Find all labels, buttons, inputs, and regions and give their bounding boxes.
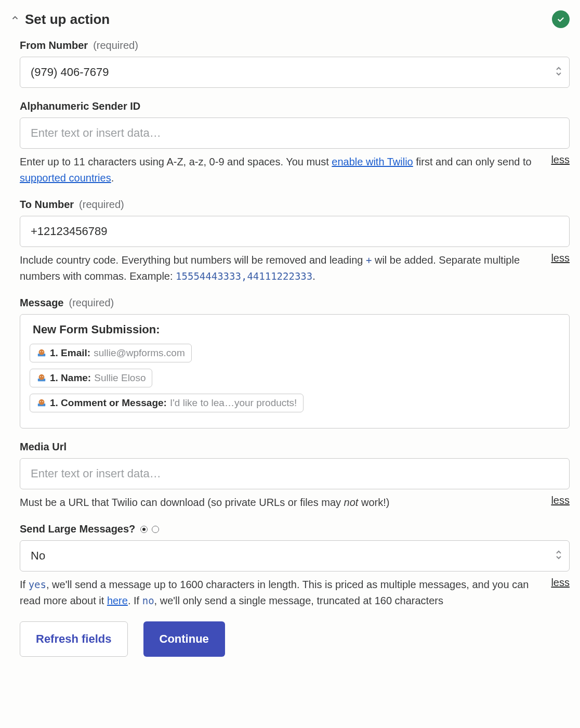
svg-point-9 [39, 399, 45, 405]
message-title: New Form Submission: [30, 323, 560, 336]
continue-button[interactable]: Continue [143, 621, 225, 657]
large-messages-select[interactable]: No [20, 540, 570, 571]
media-url-input[interactable] [20, 458, 570, 489]
section-header-left[interactable]: Set up action [10, 11, 110, 28]
svg-point-10 [40, 401, 41, 402]
svg-point-2 [40, 351, 41, 352]
field-to-number: To Number (required) Include country cod… [20, 199, 570, 284]
svg-point-5 [39, 374, 45, 380]
from-number-select[interactable]: (979) 406-7679 [20, 57, 570, 88]
media-url-help: Must be a URL that Twilio can download (… [20, 495, 538, 511]
to-number-label: To Number [20, 199, 74, 211]
chevron-up-icon [10, 14, 20, 25]
required-indicator: (required) [79, 199, 124, 211]
supported-countries-link[interactable]: supported countries [20, 172, 111, 184]
from-number-label: From Number [20, 40, 88, 51]
wpforms-icon [36, 348, 47, 358]
refresh-fields-button[interactable]: Refresh fields [20, 621, 128, 657]
required-indicator: (required) [93, 40, 138, 51]
radio-option-a[interactable] [140, 526, 148, 533]
field-from-number: From Number (required) (979) 406-7679 [20, 40, 570, 88]
message-box[interactable]: New Form Submission: 1. Email: sullie@wp… [20, 314, 570, 428]
message-pill-comment[interactable]: 1. Comment or Message: I'd like to lea…y… [30, 394, 304, 412]
section-header: Set up action [10, 10, 570, 28]
message-label: Message [20, 297, 64, 309]
status-complete-icon [552, 10, 570, 28]
field-large-messages: Send Large Messages? No If yes, we'll se… [20, 523, 570, 609]
field-sender-id: Alphanumeric Sender ID Enter up to 11 ch… [20, 100, 570, 186]
large-messages-label: Send Large Messages? [20, 523, 135, 535]
wpforms-icon [36, 373, 47, 383]
svg-point-3 [42, 351, 43, 352]
wpforms-icon [36, 398, 47, 408]
svg-point-7 [42, 376, 43, 377]
media-url-label: Media Url [20, 441, 67, 453]
svg-point-6 [40, 376, 41, 377]
svg-point-11 [42, 401, 43, 402]
enable-twilio-link[interactable]: enable with Twilio [332, 156, 413, 167]
message-pill-name[interactable]: 1. Name: Sullie Eloso [30, 369, 152, 387]
boolean-radio-group [140, 526, 159, 533]
to-number-help: Include country code. Everything but num… [20, 252, 538, 284]
to-number-less-link[interactable]: less [551, 252, 570, 264]
message-pill-email[interactable]: 1. Email: sullie@wpforms.com [30, 344, 192, 362]
to-number-input[interactable] [20, 216, 570, 247]
large-messages-less-link[interactable]: less [551, 577, 570, 589]
pricing-here-link[interactable]: here [107, 595, 128, 606]
sender-id-less-link[interactable]: less [551, 154, 570, 166]
sender-id-help: Enter up to 11 characters using A-Z, a-z… [20, 154, 538, 186]
radio-option-b[interactable] [152, 526, 159, 533]
action-button-row: Refresh fields Continue [20, 621, 570, 657]
required-indicator: (required) [69, 297, 114, 309]
field-media-url: Media Url Must be a URL that Twilio can … [20, 441, 570, 511]
media-url-less-link[interactable]: less [551, 495, 570, 506]
sender-id-input[interactable] [20, 118, 570, 149]
field-message: Message (required) New Form Submission: … [20, 297, 570, 428]
sender-id-label: Alphanumeric Sender ID [20, 100, 140, 112]
large-messages-help: If yes, we'll send a message up to 1600 … [20, 577, 538, 609]
svg-point-1 [39, 349, 45, 355]
form-body: From Number (required) (979) 406-7679 Al… [10, 40, 570, 657]
section-title: Set up action [25, 11, 110, 28]
